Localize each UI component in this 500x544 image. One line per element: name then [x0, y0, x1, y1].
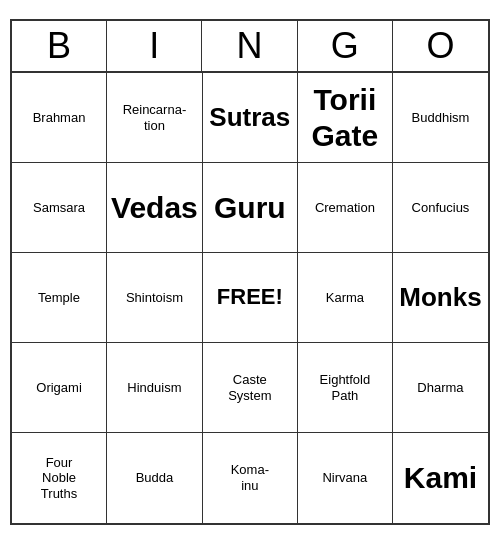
bingo-cell: Karma [298, 253, 393, 343]
bingo-cell: Buddhism [393, 73, 488, 163]
header-letter: O [393, 21, 488, 71]
bingo-cell: FourNobleTruths [12, 433, 107, 523]
bingo-header: BINGO [12, 21, 488, 73]
bingo-cell: FREE! [203, 253, 298, 343]
bingo-cell: Nirvana [298, 433, 393, 523]
bingo-cell: Dharma [393, 343, 488, 433]
bingo-cell: Koma-inu [203, 433, 298, 523]
bingo-cell: Kami [393, 433, 488, 523]
bingo-cell: ToriiGate [298, 73, 393, 163]
bingo-cell: Confucius [393, 163, 488, 253]
bingo-cell: CasteSystem [203, 343, 298, 433]
header-letter: N [202, 21, 297, 71]
bingo-cell: Sutras [203, 73, 298, 163]
header-letter: I [107, 21, 202, 71]
bingo-cell: Cremation [298, 163, 393, 253]
bingo-grid: BrahmanReincarna-tionSutrasToriiGateBudd… [12, 73, 488, 523]
bingo-cell: Samsara [12, 163, 107, 253]
bingo-cell: Shintoism [107, 253, 203, 343]
bingo-cell: Budda [107, 433, 203, 523]
bingo-cell: Guru [203, 163, 298, 253]
header-letter: B [12, 21, 107, 71]
bingo-cell: EightfoldPath [298, 343, 393, 433]
header-letter: G [298, 21, 393, 71]
bingo-cell: Reincarna-tion [107, 73, 203, 163]
bingo-cell: Origami [12, 343, 107, 433]
bingo-cell: Monks [393, 253, 488, 343]
bingo-cell: Temple [12, 253, 107, 343]
bingo-cell: Vedas [107, 163, 203, 253]
bingo-cell: Brahman [12, 73, 107, 163]
bingo-cell: Hinduism [107, 343, 203, 433]
bingo-card: BINGO BrahmanReincarna-tionSutrasToriiGa… [10, 19, 490, 525]
